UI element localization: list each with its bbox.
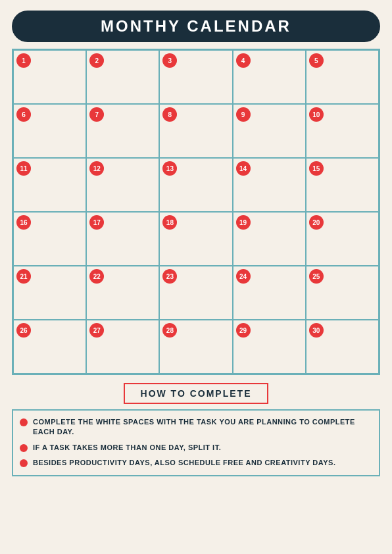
calendar-cell[interactable]: 16 — [13, 212, 86, 266]
calendar-cell[interactable]: 3 — [159, 50, 232, 104]
calendar-cell[interactable]: 17 — [86, 212, 159, 266]
instruction-text: IF A TASK TAKES MORE THAN ONE DAY, SPLIT… — [33, 443, 221, 453]
calendar-cell[interactable]: 7 — [86, 104, 159, 158]
calendar-cell[interactable]: 4 — [233, 50, 306, 104]
calendar-cell[interactable]: 10 — [306, 104, 379, 158]
calendar-cell[interactable]: 1 — [13, 50, 86, 104]
day-badge: 25 — [309, 269, 324, 284]
day-badge: 15 — [309, 161, 324, 176]
day-badge: 1 — [16, 53, 31, 68]
day-badge: 24 — [236, 269, 251, 284]
calendar-cell[interactable]: 28 — [159, 320, 232, 374]
calendar-cell[interactable]: 26 — [13, 320, 86, 374]
day-badge: 8 — [162, 107, 177, 122]
how-to-section: HOW TO COMPLETE COMPLETE THE WHITE SPACE… — [12, 383, 380, 476]
day-badge: 10 — [309, 107, 324, 122]
calendar-cell[interactable]: 25 — [306, 266, 379, 320]
day-badge: 12 — [89, 161, 104, 176]
calendar-cell[interactable]: 22 — [86, 266, 159, 320]
day-badge: 19 — [236, 215, 251, 230]
calendar-cell[interactable]: 24 — [233, 266, 306, 320]
page-title: MONTHY CALENDAR — [101, 17, 291, 36]
day-badge: 23 — [162, 269, 177, 284]
day-badge: 6 — [16, 107, 31, 122]
calendar-cell[interactable]: 12 — [86, 158, 159, 212]
day-badge: 17 — [89, 215, 104, 230]
instruction-item: BESIDES PRODUCTIVITY DAYS, ALSO SCHEDULE… — [20, 458, 370, 468]
instruction-item: COMPLETE THE WHITE SPACES WITH THE TASK … — [20, 417, 370, 438]
bullet-dot — [20, 459, 28, 467]
day-badge: 4 — [236, 53, 251, 68]
day-badge: 26 — [16, 323, 31, 338]
calendar-cell[interactable]: 23 — [159, 266, 232, 320]
page-container: MONTHY CALENDAR 123456789101112131415161… — [0, 0, 392, 554]
calendar-cell[interactable]: 9 — [233, 104, 306, 158]
calendar-grid: 1234567891011121314151617181920212223242… — [13, 50, 379, 374]
day-badge: 28 — [162, 323, 177, 338]
day-badge: 20 — [309, 215, 324, 230]
day-badge: 7 — [89, 107, 104, 122]
day-badge: 14 — [236, 161, 251, 176]
day-badge: 16 — [16, 215, 31, 230]
day-badge: 27 — [89, 323, 104, 338]
instruction-text: COMPLETE THE WHITE SPACES WITH THE TASK … — [33, 417, 370, 438]
day-badge: 30 — [309, 323, 324, 338]
calendar-cell[interactable]: 5 — [306, 50, 379, 104]
calendar-cell[interactable]: 18 — [159, 212, 232, 266]
bullet-dot — [20, 444, 28, 452]
calendar-cell[interactable]: 14 — [233, 158, 306, 212]
day-badge: 29 — [236, 323, 251, 338]
calendar-cell[interactable]: 2 — [86, 50, 159, 104]
calendar-cell[interactable]: 8 — [159, 104, 232, 158]
instruction-item: IF A TASK TAKES MORE THAN ONE DAY, SPLIT… — [20, 443, 370, 453]
day-badge: 18 — [162, 215, 177, 230]
day-badge: 5 — [309, 53, 324, 68]
day-badge: 3 — [162, 53, 177, 68]
instruction-text: BESIDES PRODUCTIVITY DAYS, ALSO SCHEDULE… — [33, 458, 335, 468]
day-badge: 11 — [16, 161, 31, 176]
calendar-cell[interactable]: 6 — [13, 104, 86, 158]
header-title-box: MONTHY CALENDAR — [12, 11, 380, 42]
how-to-title-box: HOW TO COMPLETE — [124, 383, 269, 404]
day-badge: 13 — [162, 161, 177, 176]
day-badge: 2 — [89, 53, 104, 68]
how-to-title: HOW TO COMPLETE — [141, 388, 252, 399]
calendar-cell[interactable]: 29 — [233, 320, 306, 374]
calendar-cell[interactable]: 20 — [306, 212, 379, 266]
day-badge: 9 — [236, 107, 251, 122]
calendar-cell[interactable]: 13 — [159, 158, 232, 212]
calendar-cell[interactable]: 19 — [233, 212, 306, 266]
calendar-grid-container: 1234567891011121314151617181920212223242… — [12, 49, 380, 375]
day-badge: 22 — [89, 269, 104, 284]
calendar-cell[interactable]: 27 — [86, 320, 159, 374]
bullet-dot — [20, 418, 28, 426]
calendar-cell[interactable]: 21 — [13, 266, 86, 320]
calendar-cell[interactable]: 11 — [13, 158, 86, 212]
instructions-box: COMPLETE THE WHITE SPACES WITH THE TASK … — [12, 409, 380, 476]
calendar-cell[interactable]: 15 — [306, 158, 379, 212]
day-badge: 21 — [16, 269, 31, 284]
calendar-cell[interactable]: 30 — [306, 320, 379, 374]
